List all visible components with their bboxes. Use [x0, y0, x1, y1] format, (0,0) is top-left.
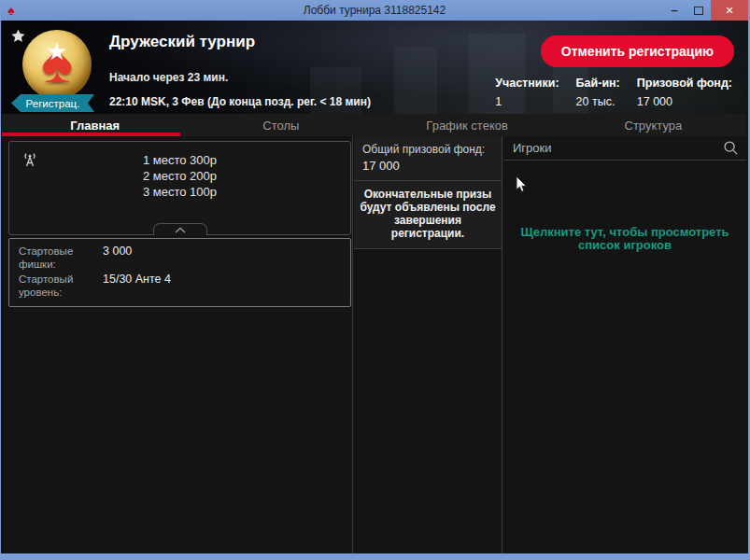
tournament-lobby-window: ♠ Лобби турнира 3118825142 – ✕ ♠ ★ Регис…	[0, 0, 750, 560]
prize-fund-total: 17 000	[362, 159, 493, 173]
star-icon: ★	[46, 39, 67, 63]
tab-structure[interactable]: Структура	[560, 114, 746, 136]
window-title: Лобби турнира 3118825142	[1, 4, 748, 17]
announcement-box: 1 место 300р 2 место 200р 3 место 100р	[8, 141, 351, 235]
prize-line-1: 1 место 300р	[9, 152, 350, 168]
tab-main[interactable]: Главная	[2, 114, 188, 136]
favorite-star-icon[interactable]	[10, 28, 26, 48]
prize-notice: Окончательные призы будут объявлены посл…	[354, 181, 502, 249]
prize-fund-section: Общий призовой фонд: 17 000	[354, 136, 502, 181]
start-countdown: Начало через 23 мин.	[109, 71, 228, 84]
lobby-content: 1 место 300р 2 место 200р 3 место 100р С…	[2, 136, 746, 553]
tournament-stats: Участники: 1 Бай-ин: 20 тыс. Призовой фо…	[495, 77, 732, 108]
buyin-value: 20 тыс.	[576, 95, 620, 108]
prize-line-3: 3 место 100р	[9, 184, 350, 200]
detail-row-level: Стартовый уровень: 15/30 Анте 4	[19, 273, 341, 299]
starting-level-value: 15/30 Анте 4	[103, 273, 341, 299]
prize-panel: Общий призовой фонд: 17 000 Окончательны…	[354, 136, 502, 553]
minimize-button[interactable]: –	[662, 0, 686, 21]
starting-chips-value: 3 000	[103, 245, 341, 271]
mouse-cursor-icon	[516, 175, 528, 197]
background-decoration	[394, 47, 437, 114]
lobby-tabs: Главная Столы График стеков Структура	[2, 114, 746, 136]
stat-participants: Участники: 1	[495, 77, 559, 108]
prize-fund-label: Общий призовой фонд:	[362, 143, 493, 156]
tab-stack-graph[interactable]: График стеков	[375, 114, 560, 136]
detail-row-chips: Стартовые фишки: 3 000	[19, 245, 341, 271]
maximize-icon	[694, 7, 703, 15]
window-bottom-border	[1, 553, 748, 560]
players-panel: Щелкните тут, чтобы просмотреть список и…	[503, 136, 746, 553]
players-empty-message[interactable]: Щелкните тут, чтобы просмотреть список и…	[504, 226, 745, 252]
close-button[interactable]: ✕	[711, 0, 748, 21]
maximize-button[interactable]	[686, 0, 711, 21]
collapse-handle[interactable]	[153, 223, 207, 235]
registration-status-ribbon: Регистрац.	[11, 94, 94, 112]
tab-tables[interactable]: Столы	[188, 114, 374, 136]
chevron-up-icon	[174, 227, 187, 233]
prize-line-2: 2 место 200р	[9, 168, 350, 184]
start-time-info: 22:10 MSK, 3 Фев (До конца позд. рег. < …	[109, 95, 371, 108]
search-icon	[723, 140, 739, 156]
broadcast-icon	[21, 151, 39, 174]
tournament-name: Дружеский турнир	[109, 33, 255, 51]
title-bar: ♠ Лобби турнира 3118825142 – ✕	[1, 0, 748, 21]
prize-fund-value: 17 000	[637, 95, 732, 108]
prize-announcement: 1 место 300р 2 место 200р 3 место 100р	[9, 142, 350, 200]
close-icon: ✕	[725, 5, 733, 17]
players-search-input[interactable]	[503, 141, 723, 155]
stat-prize-fund: Призовой фонд: 17 000	[637, 77, 732, 108]
participants-value: 1	[495, 95, 559, 108]
cancel-registration-button[interactable]: Отменить регистрацию	[541, 35, 734, 67]
tournament-details-box: Стартовые фишки: 3 000 Стартовый уровень…	[8, 238, 351, 307]
stat-buyin: Бай-ин: 20 тыс.	[576, 77, 620, 108]
players-search-bar	[503, 136, 746, 161]
tournament-logo: ♠ ★	[22, 30, 92, 99]
main-panel: 1 место 300р 2 место 200р 3 место 100р С…	[2, 136, 353, 553]
tournament-header: ♠ ★ Регистрац. Дружеский турнир Начало ч…	[2, 21, 746, 114]
